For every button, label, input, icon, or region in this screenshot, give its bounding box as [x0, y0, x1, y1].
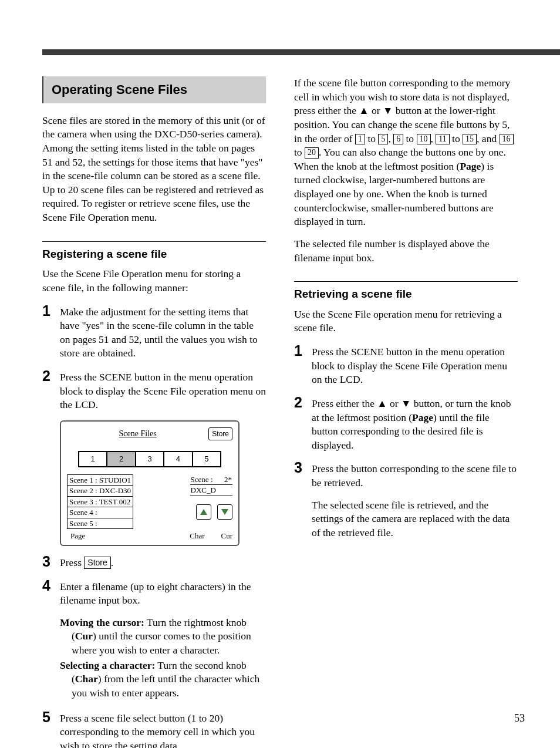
btn-16: 16 — [500, 134, 514, 145]
step-4-notes: Moving the cursor: Turn the rightmost kn… — [60, 616, 266, 700]
btn-1: 1 — [355, 134, 365, 145]
up-arrow-button[interactable] — [196, 504, 211, 520]
step-number-3: 3 — [42, 554, 60, 570]
right-para-2: The selected file number is displayed ab… — [294, 237, 518, 265]
ret-step-1: Press the SCENE button in the menu opera… — [312, 343, 518, 387]
page-number: 53 — [514, 712, 525, 725]
filename-input[interactable]: DXC_D — [190, 485, 232, 496]
left-column: Operating Scene Files Scene files are st… — [42, 76, 266, 748]
reg-step-2: Press the SCENE button in the menu opera… — [60, 369, 266, 412]
header-rule — [42, 49, 560, 55]
lcd-panel-illustration: Scene Files Store 1 2 3 4 5 Scene 1 : ST… — [60, 420, 239, 546]
reg-step-4: Enter a filename (up to eight characters… — [60, 580, 266, 608]
page-knob-label: Page — [70, 531, 85, 541]
step-number-5: 5 — [42, 710, 60, 748]
btn-20: 20 — [305, 147, 319, 159]
scene-row-3: Scene 3 : TEST 002 — [67, 496, 133, 508]
ret-step-number-1: 1 — [294, 343, 312, 387]
right-column: If the scene file button corresponding t… — [294, 76, 518, 748]
scene-tab-4[interactable]: 4 — [164, 452, 193, 466]
char-knob-label: Char — [190, 531, 204, 541]
reg-step-5: Press a scene file select button (1 to 2… — [60, 710, 266, 748]
scene-tab-2[interactable]: 2 — [107, 452, 136, 466]
btn-6: 6 — [393, 134, 403, 145]
scene-row-2: Scene 2 : DXC-D30 — [67, 485, 133, 497]
registering-heading: Registering a scene file — [42, 241, 266, 262]
scene-tab-1[interactable]: 1 — [79, 452, 107, 466]
triangle-up-icon — [200, 509, 207, 515]
ret-step-2: Press either the ▲ or ▼ button, or turn … — [312, 395, 518, 453]
reg-step-1: Make the adjustment for the setting item… — [60, 304, 266, 361]
triangle-down-icon — [221, 509, 228, 515]
btn-10: 10 — [417, 134, 431, 145]
right-para-1: If the scene file button corresponding t… — [294, 76, 518, 229]
section-title: Operating Scene Files — [42, 76, 266, 103]
btn-15: 15 — [463, 134, 477, 145]
step-number-2: 2 — [42, 369, 60, 412]
panel-title: Scene Files — [67, 429, 208, 440]
store-button[interactable]: Store — [208, 427, 232, 440]
down-arrow-button[interactable] — [217, 504, 232, 520]
btn-11: 11 — [436, 134, 449, 145]
scene-list: Scene 1 : STUDIO1 Scene 2 : DXC-D30 Scen… — [67, 474, 133, 529]
scene-tabs: 1 2 3 4 5 — [78, 451, 221, 467]
scene-tab-5[interactable]: 5 — [193, 452, 220, 466]
scene-row-5: Scene 5 : — [67, 518, 133, 530]
store-inline-label: Store — [84, 557, 110, 569]
scene-indicator: Scene : 2* — [190, 474, 232, 486]
step-number-1: 1 — [42, 304, 60, 361]
scene-row-4: Scene 4 : — [67, 507, 133, 518]
step-number-4: 4 — [42, 578, 60, 702]
scene-tab-3[interactable]: 3 — [136, 452, 164, 466]
retrieving-heading: Retrieving a scene file — [294, 281, 518, 302]
scene-row-1: Scene 1 : STUDIO1 — [67, 474, 133, 486]
ret-step-number-2: 2 — [294, 395, 312, 453]
reg-step-3: Press Store. — [60, 554, 266, 570]
intro-paragraph: Scene files are stored in the memory of … — [42, 114, 266, 225]
registering-lead: Use the Scene File Operation menu for st… — [42, 267, 266, 295]
ret-step-3: Press the button corresponding to the sc… — [312, 462, 518, 490]
ret-tail: The selected scene file is retrieved, an… — [312, 498, 518, 540]
cur-knob-label: Cur — [221, 531, 233, 541]
ret-step-number-3: 3 — [294, 460, 312, 548]
retrieving-lead: Use the Scene File operation menu for re… — [294, 308, 518, 335]
btn-5: 5 — [378, 134, 388, 145]
